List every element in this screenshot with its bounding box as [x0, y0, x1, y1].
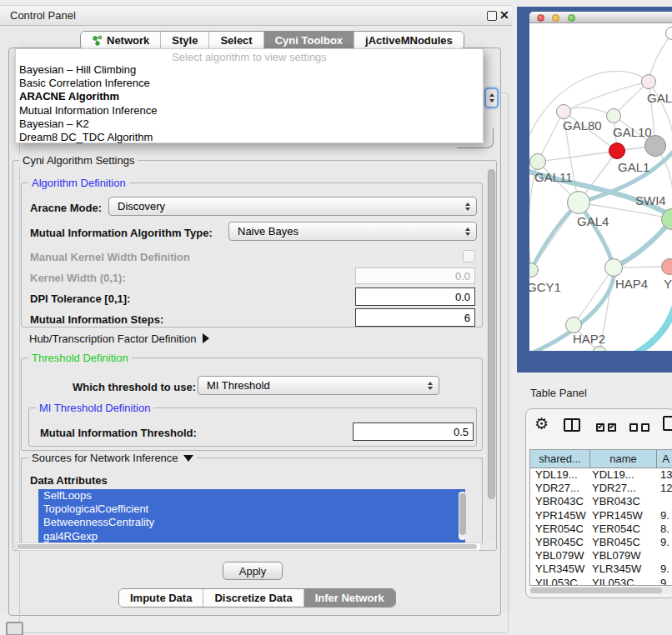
- table-horizontal-scrollbar[interactable]: [529, 587, 672, 594]
- zoom-traffic-light-icon[interactable]: [568, 14, 575, 22]
- export-table-icon[interactable]: [663, 416, 672, 431]
- algorithm-option[interactable]: Mutual Information Inference: [16, 104, 483, 118]
- which-threshold-label: Which threshold to use:: [73, 381, 196, 393]
- apply-button[interactable]: Apply: [223, 562, 283, 580]
- column-layout-icon[interactable]: [564, 418, 580, 432]
- tab-jactivemnodules[interactable]: jActiveMNodules: [354, 32, 464, 49]
- table-row[interactable]: YBR045C YBR045C 9.: [530, 536, 672, 549]
- cell-name: YIL053C: [590, 577, 657, 587]
- sources-group: Sources for Network Inference Data Attri…: [21, 458, 483, 544]
- mi-type-label: Mutual Information Algorithm Type:: [30, 227, 213, 239]
- data-attribute-item[interactable]: BetweennessCentrality: [38, 516, 465, 529]
- data-attribute-item[interactable]: SelfLoops: [38, 489, 465, 502]
- aracne-mode-value: Discovery: [118, 200, 165, 212]
- table-row[interactable]: YDR27... YDR27... 12: [530, 482, 672, 495]
- mi-type-select[interactable]: Naive Bayes: [228, 222, 477, 241]
- attributes-list-scrollbar[interactable]: [459, 492, 466, 540]
- table-row[interactable]: YBL079W YBL079W: [530, 549, 672, 562]
- minimize-traffic-light-icon[interactable]: [552, 14, 559, 22]
- algorithm-option[interactable]: Basic Correlation Inference: [16, 77, 483, 90]
- algorithm-option[interactable]: Bayesian – Hill Climbing: [16, 63, 483, 77]
- tab-label: Infer Network: [315, 592, 384, 604]
- kernel-width-input[interactable]: [355, 268, 475, 284]
- network-node[interactable]: [661, 258, 672, 275]
- mi-threshold-input[interactable]: [353, 422, 474, 441]
- tab-style[interactable]: Style: [160, 32, 208, 49]
- tab-select[interactable]: Select: [208, 32, 263, 49]
- cell-shared-name: YLR345W: [530, 562, 590, 576]
- table-row[interactable]: YLR345W YLR345W 9.: [530, 562, 672, 576]
- network-node[interactable]: [529, 262, 539, 278]
- tab-discretize-data[interactable]: Discretize Data: [203, 589, 303, 607]
- network-node[interactable]: [644, 135, 666, 157]
- network-canvas[interactable]: GALGAL80GAL10GAL1GAL11GAL4SWI4GCY1HAP4YH…: [529, 23, 672, 351]
- network-node[interactable]: [556, 104, 571, 119]
- tab-infer-network[interactable]: Infer Network: [303, 589, 395, 607]
- algorithm-option[interactable]: Bayesian – K2: [16, 118, 483, 131]
- control-panel-tabs: Network Style Select Cyni Toolbox jActiv…: [80, 31, 464, 50]
- network-node[interactable]: [661, 208, 672, 230]
- network-node[interactable]: [665, 27, 672, 40]
- dpi-tolerance-input[interactable]: [355, 288, 475, 306]
- combo-spinner-icon: [465, 202, 470, 211]
- algorithm-option[interactable]: Dream8 DC_TDC Algorithm: [16, 131, 483, 144]
- network-node[interactable]: [641, 74, 656, 89]
- network-node[interactable]: [606, 108, 621, 123]
- gear-icon[interactable]: ⚙: [534, 414, 549, 433]
- network-node[interactable]: [565, 317, 582, 333]
- collapsed-panel-icon[interactable]: [6, 622, 23, 635]
- cell-name: YBR043C: [590, 495, 657, 508]
- float-panel-icon[interactable]: [487, 11, 497, 21]
- data-attribute-item[interactable]: gal4RGexp: [38, 530, 465, 543]
- algorithm-definition-group: Algorithm Definition Aracne Mode: Discov…: [21, 182, 483, 328]
- node-table: shared... name A YDL19... YDL19... 13 YD…: [529, 449, 672, 586]
- data-attribute-item[interactable]: TopologicalCoefficient: [38, 502, 465, 516]
- table-row[interactable]: YBR043C YBR043C: [530, 495, 672, 508]
- table-row[interactable]: YER054C YER054C 8.: [530, 522, 672, 536]
- table-row[interactable]: YIL053C YIL053C 9.: [530, 577, 672, 587]
- algorithm-option[interactable]: ARACNE Algorithm: [16, 90, 483, 103]
- cell-value: 9.: [657, 562, 672, 576]
- tab-label: jActiveMNodules: [365, 34, 453, 47]
- network-node[interactable]: [609, 142, 625, 159]
- table-row[interactable]: YPR145W YPR145W 9.: [530, 509, 672, 522]
- column-header-clipped[interactable]: A: [657, 450, 672, 468]
- tab-impute-data[interactable]: Impute Data: [119, 589, 203, 607]
- network-window: GALGAL80GAL10GAL1GAL11GAL4SWI4GCY1HAP4YH…: [529, 12, 672, 351]
- network-view-frame: GALGAL80GAL10GAL1GAL11GAL4SWI4GCY1HAP4YH…: [517, 7, 672, 372]
- tab-cyni-toolbox[interactable]: Cyni Toolbox: [263, 32, 354, 49]
- bottom-tabs: Impute Data Discretize Data Infer Networ…: [118, 588, 396, 608]
- network-node-label: SWI4: [635, 193, 666, 208]
- cell-name: YER054C: [590, 522, 657, 536]
- network-node[interactable]: [567, 191, 590, 214]
- network-node[interactable]: [604, 258, 623, 277]
- column-header-shared-name[interactable]: shared...: [530, 450, 590, 468]
- column-header-name[interactable]: name: [590, 450, 657, 468]
- close-panel-icon[interactable]: ✕: [499, 8, 509, 22]
- mi-steps-input[interactable]: [355, 308, 475, 327]
- expanded-arrow-icon[interactable]: [183, 455, 193, 462]
- sources-title-text: Sources for Network Inference: [32, 452, 178, 464]
- settings-horizontal-scrollbar[interactable]: [15, 542, 482, 551]
- select-all-columns-icon[interactable]: [596, 422, 619, 434]
- network-node[interactable]: [529, 153, 546, 170]
- tab-network[interactable]: Network: [81, 32, 160, 49]
- close-traffic-light-icon[interactable]: [537, 14, 544, 22]
- which-threshold-select[interactable]: MI Threshold: [198, 376, 439, 395]
- cell-value: 9.: [657, 536, 672, 549]
- settings-vertical-scrollbar[interactable]: [487, 166, 495, 541]
- aracne-mode-select[interactable]: Discovery: [108, 197, 477, 216]
- table-panel-title: Table Panel: [530, 387, 587, 399]
- cyni-algorithm-settings-group: Cyni Algorithm Settings Algorithm Defini…: [13, 160, 497, 551]
- table-row[interactable]: YDL19... YDL19... 13: [530, 468, 672, 482]
- network-node[interactable]: [592, 346, 607, 351]
- hub-definition-toggle[interactable]: Hub/Transcription Factor Definition: [29, 332, 209, 345]
- kernel-width-label: Kernel Width (0,1):: [30, 272, 126, 284]
- control-panel: Control Panel ✕ Network Style: [0, 5, 512, 612]
- network-node-label: GAL80: [563, 118, 602, 132]
- mi-type-value: Naive Bayes: [238, 225, 298, 238]
- settings-group-title: Cyni Algorithm Settings: [19, 154, 138, 167]
- deselect-all-columns-icon[interactable]: [629, 422, 653, 434]
- network-window-titlebar[interactable]: [529, 12, 672, 23]
- manual-kernel-checkbox[interactable]: [463, 250, 475, 262]
